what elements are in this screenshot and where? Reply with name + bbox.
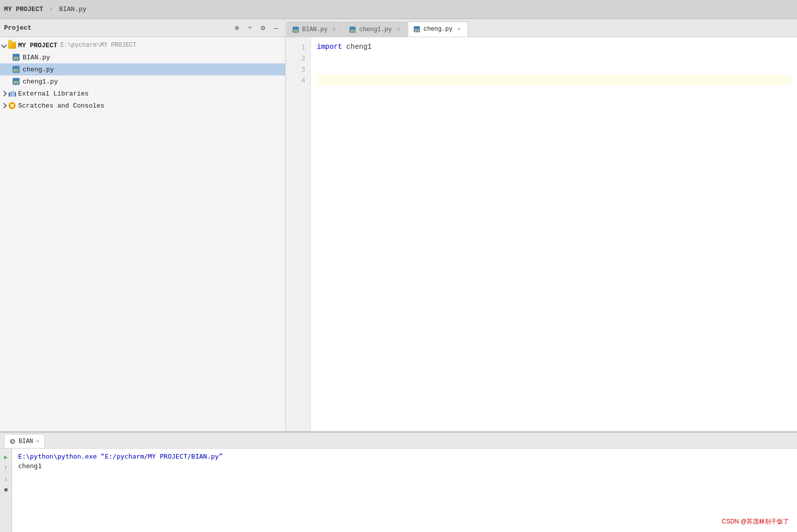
tab-bian-close[interactable]: ×	[330, 26, 337, 33]
run-tab-icon	[10, 438, 16, 445]
tab-py-icon: py	[349, 26, 356, 33]
run-play-button[interactable]: ▶	[2, 453, 11, 462]
bottom-panel: BIAN × ▶ ↑ ↓ ■ E:\python\python.exe “E:/…	[0, 431, 797, 532]
svg-text:py: py	[14, 67, 19, 72]
file-item-bian[interactable]: py BIAN.py	[0, 51, 285, 63]
top-bar: MY PROJECT › BIAN.py	[0, 0, 797, 19]
file-label-cheng: cheng.py	[23, 66, 54, 73]
scratches-item[interactable]: Scratches and Consoles	[0, 100, 285, 112]
tab-cheng[interactable]: py cheng.py ×	[408, 22, 468, 37]
tab-bar: py BIAN.py × py cheng1.py × py	[286, 19, 797, 37]
svg-text:py: py	[14, 79, 19, 84]
run-tab-close[interactable]: ×	[36, 438, 40, 445]
scratches-label: Scratches and Consoles	[18, 102, 105, 110]
python-file-icon: py	[12, 53, 20, 61]
code-editor[interactable]: 1 2 3 4 import cheng1	[286, 37, 797, 431]
line-numbers: 1 2 3 4	[286, 37, 311, 431]
expand-arrow-icon	[1, 42, 7, 48]
file-item-cheng1[interactable]: py cheng1.py	[0, 75, 285, 87]
minimize-button[interactable]: —	[271, 23, 281, 33]
python-file-icon: py	[12, 77, 20, 85]
run-panel-wrapper: ▶ ↑ ↓ ■ E:\python\python.exe “E:/pycharm…	[0, 449, 797, 532]
svg-rect-8	[13, 91, 14, 97]
sidebar-content: MY PROJECT E:\pycharm\MY PROJECT py BIAN…	[0, 37, 285, 431]
tab-cheng-close[interactable]: ×	[456, 26, 463, 33]
bottom-tabs: BIAN ×	[0, 432, 797, 449]
tab-cheng1[interactable]: py cheng1.py ×	[343, 22, 407, 37]
project-root-label: MY PROJECT	[18, 42, 57, 49]
layout-button[interactable]: ÷	[245, 23, 255, 33]
breadcrumb: MY PROJECT › BIAN.py	[4, 6, 86, 13]
file-item-cheng[interactable]: py cheng.py	[0, 63, 285, 75]
code-line-3	[317, 63, 791, 74]
expand-arrow-icon	[1, 91, 7, 96]
tab-cheng-label: cheng.py	[423, 26, 453, 33]
locate-button[interactable]: ⊕	[232, 23, 242, 33]
line-num-1: 1	[286, 41, 310, 52]
svg-text:py: py	[294, 28, 299, 32]
run-command: E:\python\python.exe “E:/pycharm/MY PROJ…	[18, 453, 791, 460]
tab-py-icon: py	[413, 26, 420, 33]
run-tab-label: BIAN	[19, 438, 33, 445]
code-content[interactable]: import cheng1	[311, 37, 797, 431]
tab-cheng1-close[interactable]: ×	[395, 26, 402, 33]
svg-rect-6	[9, 93, 10, 97]
sidebar-header: Project ⊕ ÷ ⚙ —	[0, 19, 285, 37]
module-name: cheng1	[346, 43, 372, 51]
code-line-1: import cheng1	[317, 41, 791, 52]
external-libs-icon	[8, 90, 16, 98]
code-line-2	[317, 52, 791, 63]
file-label-cheng1: cheng1.py	[23, 78, 58, 85]
line-num-3: 3	[286, 63, 310, 74]
svg-rect-9	[15, 92, 16, 97]
line-num-2: 2	[286, 52, 310, 63]
tab-bian[interactable]: py BIAN.py ×	[287, 22, 343, 37]
editor-area: py BIAN.py × py cheng1.py × py	[286, 19, 797, 431]
sidebar: Project ⊕ ÷ ⚙ — MY PROJ	[0, 19, 286, 431]
svg-text:py: py	[415, 28, 420, 32]
run-stop-button[interactable]: ■	[2, 486, 11, 495]
run-down-button[interactable]: ↓	[2, 475, 11, 484]
run-up-button[interactable]: ↑	[2, 464, 11, 473]
run-text-area: E:\python\python.exe “E:/pycharm/MY PROJ…	[12, 449, 797, 532]
tab-py-icon: py	[292, 26, 299, 33]
sidebar-header-icons: ⊕ ÷ ⚙ —	[232, 23, 281, 33]
external-libraries-item[interactable]: External Libraries	[0, 87, 285, 100]
code-line-4	[317, 74, 791, 85]
svg-rect-7	[11, 92, 12, 97]
line-num-4: 4	[286, 74, 310, 85]
run-controls: ▶ ↑ ↓ ■	[0, 449, 12, 532]
svg-text:py: py	[14, 55, 19, 60]
project-folder-icon	[8, 42, 16, 49]
watermark: CSDN @苏茂林别干饭了	[722, 517, 789, 526]
external-libraries-label: External Libraries	[18, 90, 88, 98]
scratches-icon	[8, 102, 16, 110]
keyword-import: import	[317, 43, 342, 51]
main-area: Project ⊕ ÷ ⚙ — MY PROJ	[0, 19, 797, 431]
svg-text:py: py	[350, 28, 356, 32]
run-tab[interactable]: BIAN ×	[4, 434, 45, 448]
expand-arrow-icon	[1, 103, 7, 108]
tab-bian-label: BIAN.py	[302, 26, 327, 33]
project-root-item[interactable]: MY PROJECT E:\pycharm\MY PROJECT	[0, 39, 285, 51]
sidebar-header-title: Project	[4, 24, 230, 32]
run-output: cheng1	[18, 462, 791, 470]
python-file-icon: py	[12, 65, 20, 73]
file-label-bian: BIAN.py	[23, 54, 50, 61]
tab-cheng1-label: cheng1.py	[359, 26, 392, 33]
settings-button[interactable]: ⚙	[258, 23, 268, 33]
project-root-path: E:\pycharm\MY PROJECT	[60, 42, 136, 49]
